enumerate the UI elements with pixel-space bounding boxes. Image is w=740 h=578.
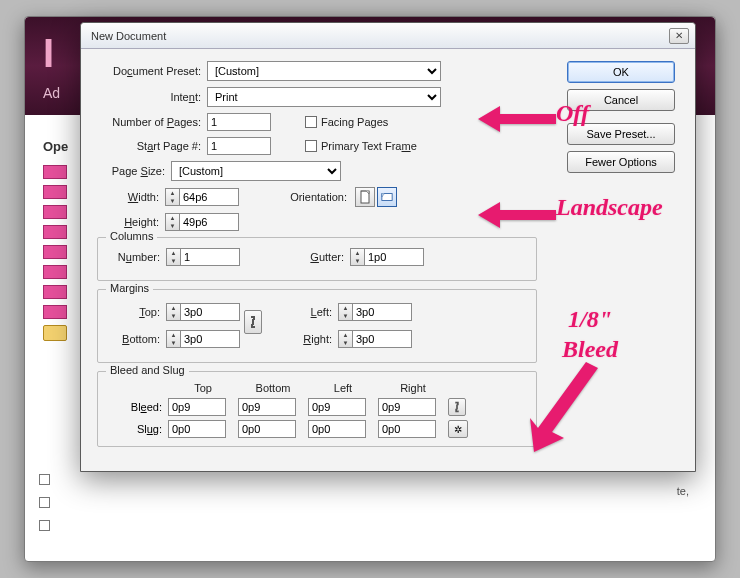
page-size-select[interactable]: [Custom] bbox=[171, 161, 341, 181]
height-stepper[interactable]: ▲▼ bbox=[165, 213, 239, 231]
slug-left-input[interactable] bbox=[308, 420, 366, 438]
columns-number-stepper[interactable]: ▲▼ bbox=[166, 248, 240, 266]
margin-left-stepper[interactable]: ▲▼ bbox=[338, 303, 412, 321]
bg-text-fragment: te, bbox=[677, 485, 689, 497]
checkbox bbox=[39, 474, 50, 485]
bs-col-left: Left bbox=[308, 382, 378, 394]
bleed-slug-group: Bleed and Slug Top Bottom Left Right Ble… bbox=[97, 371, 537, 447]
height-input[interactable] bbox=[179, 213, 239, 231]
svg-rect-3 bbox=[456, 404, 458, 409]
list-item bbox=[43, 265, 67, 279]
number-of-pages-label: Number of Pages: bbox=[97, 116, 207, 128]
folder-icon bbox=[43, 325, 67, 341]
number-of-pages-input[interactable] bbox=[207, 113, 271, 131]
fewer-options-button[interactable]: Fewer Options bbox=[567, 151, 675, 173]
orientation-portrait-button[interactable] bbox=[355, 187, 375, 207]
save-preset-button[interactable]: Save Preset... bbox=[567, 123, 675, 145]
recent-files-list bbox=[43, 165, 67, 341]
start-page-input[interactable] bbox=[207, 137, 271, 155]
gutter-label: Gutter: bbox=[240, 251, 350, 263]
slug-row-label: Slug: bbox=[108, 423, 168, 435]
margin-bottom-input[interactable] bbox=[180, 330, 240, 348]
document-preset-label: Document Preset: bbox=[97, 65, 207, 77]
bleed-right-input[interactable] bbox=[378, 398, 436, 416]
ok-button[interactable]: OK bbox=[567, 61, 675, 83]
bs-col-top: Top bbox=[168, 382, 238, 394]
dialog-titlebar[interactable]: New Document ✕ bbox=[81, 23, 695, 49]
primary-text-frame-checkbox[interactable] bbox=[305, 140, 317, 152]
gutter-input[interactable] bbox=[364, 248, 424, 266]
margin-bottom-label: Bottom: bbox=[108, 333, 166, 345]
start-page-label: Start Page #: bbox=[97, 140, 207, 152]
intent-label: Intent: bbox=[97, 91, 207, 103]
list-item bbox=[43, 245, 67, 259]
columns-group: Columns Number: ▲▼ Gutter: ▲▼ bbox=[97, 237, 537, 281]
margins-link-button[interactable] bbox=[244, 310, 262, 334]
margins-group: Margins Top: ▲▼ Left: ▲▼ Bottom: ▲▼ bbox=[97, 289, 537, 363]
width-label: Width: bbox=[115, 191, 165, 203]
bleed-top-input[interactable] bbox=[168, 398, 226, 416]
page-size-label: Page Size: bbox=[97, 165, 171, 177]
bs-col-bottom: Bottom bbox=[238, 382, 308, 394]
checkbox bbox=[39, 497, 50, 508]
bleed-row-label: Bleed: bbox=[108, 401, 168, 413]
margin-left-input[interactable] bbox=[352, 303, 412, 321]
bleed-bottom-input[interactable] bbox=[238, 398, 296, 416]
gutter-stepper[interactable]: ▲▼ bbox=[350, 248, 424, 266]
list-item bbox=[43, 185, 67, 199]
list-item bbox=[43, 205, 67, 219]
margin-bottom-stepper[interactable]: ▲▼ bbox=[166, 330, 240, 348]
margin-right-input[interactable] bbox=[352, 330, 412, 348]
cancel-button[interactable]: Cancel bbox=[567, 89, 675, 111]
list-item bbox=[43, 225, 67, 239]
list-item bbox=[43, 165, 67, 179]
slug-link-button[interactable]: ✲ bbox=[448, 420, 468, 438]
list-item bbox=[43, 285, 67, 299]
bs-col-right: Right bbox=[378, 382, 448, 394]
bg-heading: Ope bbox=[43, 139, 68, 154]
bleed-slug-legend: Bleed and Slug bbox=[106, 364, 189, 376]
facing-pages-checkbox[interactable] bbox=[305, 116, 317, 128]
list-item bbox=[43, 305, 67, 319]
margin-right-stepper[interactable]: ▲▼ bbox=[338, 330, 412, 348]
new-document-dialog: New Document ✕ Document Preset: [Custom]… bbox=[80, 22, 696, 472]
facing-pages-label: Facing Pages bbox=[321, 116, 388, 128]
margin-left-label: Left: bbox=[266, 306, 338, 318]
margins-legend: Margins bbox=[106, 282, 153, 294]
app-vendor-text: Ad bbox=[43, 85, 60, 101]
intent-select[interactable]: Print bbox=[207, 87, 441, 107]
margin-top-input[interactable] bbox=[180, 303, 240, 321]
margin-right-label: Right: bbox=[266, 333, 338, 345]
columns-number-label: Number: bbox=[108, 251, 166, 263]
primary-text-frame-label: Primary Text Frame bbox=[321, 140, 417, 152]
columns-legend: Columns bbox=[106, 230, 157, 242]
bleed-left-input[interactable] bbox=[308, 398, 366, 416]
width-input[interactable] bbox=[179, 188, 239, 206]
orientation-label: Orientation: bbox=[239, 191, 353, 203]
orientation-landscape-button[interactable] bbox=[377, 187, 397, 207]
dialog-title: New Document bbox=[91, 30, 669, 42]
close-icon[interactable]: ✕ bbox=[669, 28, 689, 44]
bleed-link-button[interactable] bbox=[448, 398, 466, 416]
columns-number-input[interactable] bbox=[180, 248, 240, 266]
slug-right-input[interactable] bbox=[378, 420, 436, 438]
slug-top-input[interactable] bbox=[168, 420, 226, 438]
svg-rect-2 bbox=[252, 319, 254, 325]
slug-bottom-input[interactable] bbox=[238, 420, 296, 438]
width-stepper[interactable]: ▲▼ bbox=[165, 188, 239, 206]
app-logo: I bbox=[43, 31, 54, 76]
height-label: Height: bbox=[115, 216, 165, 228]
document-preset-select[interactable]: [Custom] bbox=[207, 61, 441, 81]
margin-top-label: Top: bbox=[108, 306, 166, 318]
bg-checkboxes bbox=[39, 474, 50, 543]
margin-top-stepper[interactable]: ▲▼ bbox=[166, 303, 240, 321]
checkbox bbox=[39, 520, 50, 531]
